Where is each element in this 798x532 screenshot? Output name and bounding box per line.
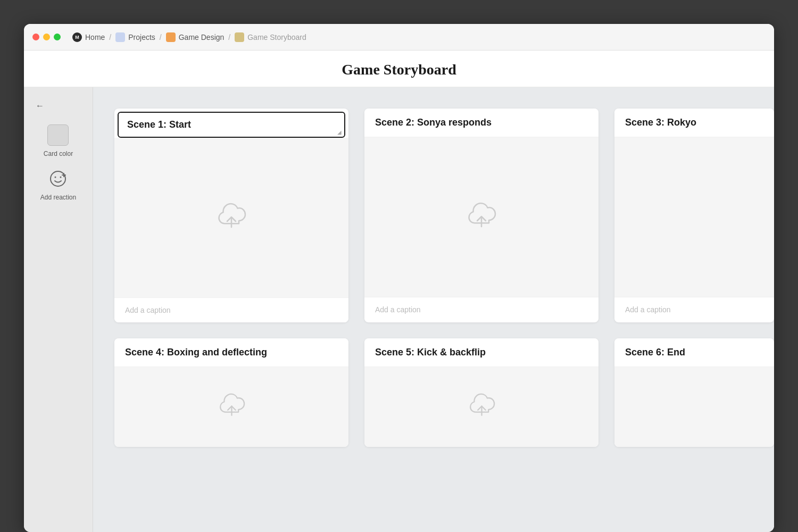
scene-card-4[interactable]: Scene 4: Boxing and deflecting: [114, 338, 348, 447]
scene-4-header[interactable]: Scene 4: Boxing and deflecting: [114, 338, 348, 367]
scene-card-2[interactable]: Scene 2: Sonya responds Add a caption: [364, 109, 598, 322]
scene-2-image-area[interactable]: [364, 137, 598, 297]
scene-1-caption[interactable]: Add a caption: [114, 297, 348, 322]
reaction-icon: [47, 168, 69, 189]
scene-6-image-area[interactable]: [614, 367, 774, 447]
back-icon: ←: [36, 101, 44, 111]
minimize-button[interactable]: [43, 34, 50, 40]
breadcrumb-home[interactable]: M Home: [72, 32, 105, 42]
scene-card-6[interactable]: Scene 6: End: [614, 338, 774, 447]
upload-icon-2: [466, 202, 497, 233]
upload-icon-1: [215, 202, 247, 234]
scene-1-title: Scene 1: Start: [127, 119, 191, 130]
scene-4-image-area[interactable]: [114, 367, 348, 447]
scene-6-title: Scene 6: End: [625, 347, 685, 358]
scene-3-title: Scene 3: Rokyo: [625, 117, 696, 128]
resize-handle[interactable]: ◢: [337, 129, 342, 135]
breadcrumb-sep-1: /: [109, 33, 111, 41]
projects-icon: [115, 32, 125, 42]
scene-3-image-area[interactable]: [614, 137, 774, 297]
scene-card-5[interactable]: Scene 5: Kick & backflip: [364, 338, 598, 447]
scene-2-title: Scene 2: Sonya responds: [375, 117, 492, 128]
card-color-button[interactable]: Card color: [44, 124, 73, 157]
breadcrumb-projects[interactable]: Projects: [115, 32, 155, 42]
scene-5-image-area[interactable]: [364, 367, 598, 447]
app-window: M Home / Projects / Game Design / Game S…: [24, 24, 774, 532]
page-header: Game Storyboard: [24, 51, 774, 87]
svg-point-2: [60, 177, 62, 178]
scene-2-caption[interactable]: Add a caption: [364, 297, 598, 322]
gamedesign-icon: [166, 32, 176, 42]
scene-3-header[interactable]: Scene 3: Rokyo: [614, 109, 774, 137]
scene-1-image-area[interactable]: [114, 138, 348, 297]
scene-3-caption[interactable]: Add a caption: [614, 297, 774, 322]
breadcrumb-storyboard-label: Game Storyboard: [247, 33, 306, 41]
content-area: ← Card color Add reaction: [24, 87, 774, 532]
breadcrumb-sep-2: /: [160, 33, 162, 41]
scene-1-header[interactable]: Scene 1: Start ◢: [118, 112, 345, 138]
cards-grid: Scene 1: Start ◢ Add a ca: [114, 109, 774, 447]
scene-3-caption-text: Add a caption: [625, 305, 671, 314]
add-reaction-button[interactable]: Add reaction: [40, 168, 76, 201]
svg-point-1: [55, 177, 56, 178]
add-reaction-label: Add reaction: [40, 194, 76, 201]
breadcrumb-gamedesign-label: Game Design: [179, 33, 225, 41]
close-button[interactable]: [32, 34, 39, 40]
scene-6-header[interactable]: Scene 6: End: [614, 338, 774, 367]
back-button[interactable]: ←: [32, 98, 48, 114]
scene-2-caption-text: Add a caption: [375, 305, 421, 314]
scene-2-header[interactable]: Scene 2: Sonya responds: [364, 109, 598, 137]
breadcrumb-sep-3: /: [228, 33, 230, 41]
scene-4-title: Scene 4: Boxing and deflecting: [125, 347, 267, 358]
upload-icon-4: [217, 393, 246, 421]
scene-card-1[interactable]: Scene 1: Start ◢ Add a ca: [114, 109, 348, 322]
maximize-button[interactable]: [54, 34, 61, 40]
title-bar: M Home / Projects / Game Design / Game S…: [24, 24, 774, 51]
color-swatch: [47, 124, 69, 146]
breadcrumb-gamedesign[interactable]: Game Design: [166, 32, 225, 42]
traffic-lights: [32, 34, 61, 40]
scene-5-title: Scene 5: Kick & backflip: [375, 347, 486, 358]
card-color-label: Card color: [44, 150, 73, 157]
breadcrumb-storyboard: Game Storyboard: [235, 32, 306, 42]
home-icon: M: [72, 32, 82, 42]
scene-card-3[interactable]: Scene 3: Rokyo Add a caption: [614, 109, 774, 322]
breadcrumb: M Home / Projects / Game Design / Game S…: [72, 32, 306, 42]
breadcrumb-home-label: Home: [85, 33, 105, 41]
sidebar: ← Card color Add reaction: [24, 87, 93, 532]
page-title: Game Storyboard: [24, 61, 774, 78]
breadcrumb-projects-label: Projects: [128, 33, 155, 41]
scene-5-header[interactable]: Scene 5: Kick & backflip: [364, 338, 598, 367]
main-canvas[interactable]: Scene 1: Start ◢ Add a ca: [93, 87, 774, 532]
scene-1-caption-text: Add a caption: [125, 306, 171, 314]
storyboard-icon: [235, 32, 244, 42]
upload-icon-5: [467, 393, 496, 421]
svg-point-0: [51, 171, 65, 186]
